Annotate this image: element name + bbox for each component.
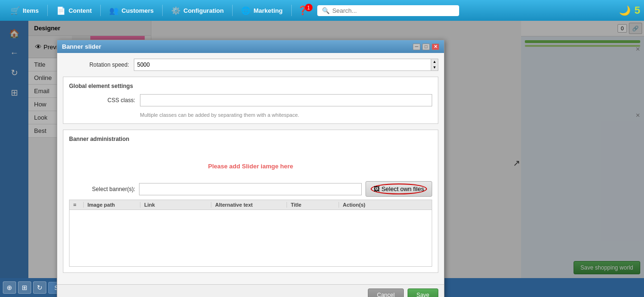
marketing-icon: 🌐 [241, 6, 251, 15]
cancel-button[interactable]: Cancel [368, 288, 403, 297]
search-input[interactable] [332, 7, 454, 14]
right-icons: 🌙 5 [619, 4, 640, 17]
modal-scroll: Rotation speed: ▲ ▼ Global element setti… [57, 53, 444, 284]
banner-select-input[interactable] [139, 183, 362, 195]
content-icon: 📄 [56, 6, 66, 15]
col-image-path: Image path [84, 202, 140, 208]
nav-marketing[interactable]: 🌐 Marketing [235, 3, 289, 18]
global-settings-section: Global element settings CSS class: Multi… [63, 77, 438, 124]
col-alt-text: Alternative text [211, 202, 287, 208]
select-own-files-button[interactable]: 🖼 Select own files [366, 181, 432, 197]
nav-sep-4 [232, 5, 233, 16]
moon-icon[interactable]: 🌙 [619, 5, 631, 16]
restore-button[interactable]: □ [422, 44, 430, 50]
slider-message: Please add Slider iamge here [69, 147, 432, 181]
search-bar: 🔍 [317, 5, 459, 16]
rotation-speed-row: Rotation speed: ▲ ▼ [63, 59, 438, 71]
modal-footer: Cancel Save [57, 284, 444, 297]
nav-sep-5 [291, 5, 292, 16]
nav-sep-3 [162, 5, 163, 16]
search-icon: 🔍 [322, 7, 330, 14]
modal-titlebar: Banner slider ─ □ ✕ [57, 40, 444, 53]
image-icon: 🖼 [374, 185, 380, 192]
css-class-label: CSS class: [69, 97, 135, 104]
minimize-button[interactable]: ─ [413, 44, 420, 50]
col-title: Title [287, 202, 339, 208]
banner-slider-modal: Banner slider ─ □ ✕ Rotation speed: ▲ ▼ [57, 40, 444, 297]
css-class-row: CSS class: [69, 94, 432, 106]
customers-icon: 👥 [109, 6, 119, 15]
col-action: Action(s) [339, 202, 432, 208]
save-button[interactable]: Save [408, 288, 438, 297]
configuration-icon: ⚙️ [171, 6, 181, 15]
topbar: 🛒 Items 📄 Content 👥 Customers ⚙️ Configu… [0, 0, 644, 21]
modal-close-button[interactable]: ✕ [432, 44, 439, 50]
banner-table-body [69, 210, 432, 267]
banner-table-header: = Image path Link Alternative text Title… [69, 200, 432, 210]
css-class-input[interactable] [140, 94, 432, 106]
banner-admin-title: Banner administration [69, 136, 432, 142]
bottom-refresh-button[interactable]: ↻ [33, 281, 46, 294]
items-icon: 🛒 [10, 6, 20, 15]
modal-body: Rotation speed: ▲ ▼ Global element setti… [57, 53, 444, 297]
css-hint: Multiple classes can be added by separat… [140, 112, 432, 118]
col-link: Link [140, 202, 211, 208]
nav-configuration[interactable]: ⚙️ Configuration [165, 3, 230, 18]
nav-items[interactable]: 🛒 Items [4, 3, 45, 18]
global-settings-title: Global element settings [69, 83, 432, 89]
select-banners-label: Select banner(s): [69, 186, 135, 192]
banner-admin-section: Banner administration Please add Slider … [63, 130, 438, 273]
nav-sep-1 [47, 5, 48, 16]
nav-customers[interactable]: 👥 Customers [103, 3, 160, 18]
col-drag: = [70, 202, 84, 208]
notification-badge: 1 [305, 4, 313, 11]
rotation-speed-label: Rotation speed: [63, 61, 129, 68]
main-area: 🏠 ← ↻ ⊞ Designer 👁 Preview ✏ Mobile Port… [0, 21, 644, 278]
spin-buttons: ▲ ▼ [431, 59, 438, 71]
select-banners-row: Select banner(s): 🖼 Select own files [69, 181, 432, 197]
bottom-grid-button[interactable]: ⊞ [18, 281, 31, 294]
modal-title-icons: ─ □ ✕ [413, 44, 439, 50]
rotation-speed-input[interactable] [134, 59, 431, 71]
logo-icon: 5 [635, 4, 640, 17]
rotation-speed-spinner: ▲ ▼ [134, 59, 438, 71]
bottom-home-button[interactable]: ⊕ [3, 281, 16, 294]
spin-down-button[interactable]: ▼ [431, 65, 438, 70]
nav-sep-2 [100, 5, 101, 16]
modal-title: Banner slider [62, 43, 101, 50]
spin-up-button[interactable]: ▲ [431, 59, 438, 65]
nav-content[interactable]: 📄 Content [50, 3, 98, 18]
